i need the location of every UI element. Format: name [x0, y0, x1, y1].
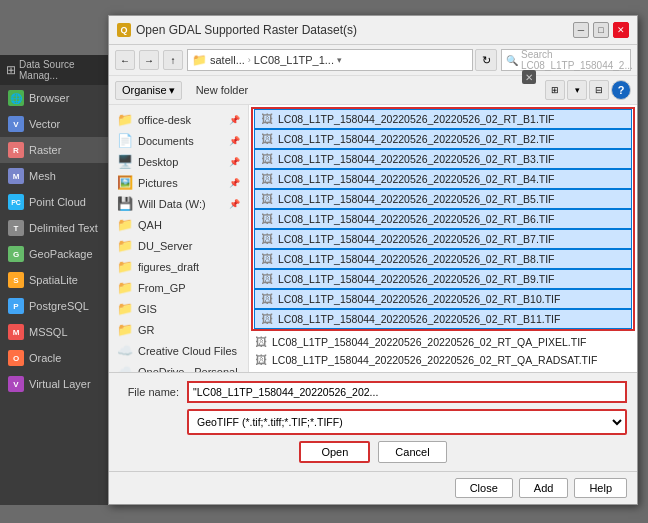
file-item[interactable]: 🖼 LC08_L1TP_158044_20220526_20220526_02_… [254, 309, 632, 329]
pin-icon: 📌 [229, 136, 240, 146]
delimited-icon: T [8, 220, 24, 236]
sidebar-item-mssql[interactable]: M MSSQL [0, 319, 108, 345]
sidebar-item-spatialite[interactable]: S SpatiaLite [0, 267, 108, 293]
file-item[interactable]: 🖼 LC08_L1TP_158044_20220526_20220526_02_… [254, 209, 632, 229]
file-item[interactable]: 🖼 LC08_L1TP_158044_20220526_20220526_02_… [254, 149, 632, 169]
file-name: LC08_L1TP_158044_20220526_20220526_02_RT… [278, 113, 555, 125]
breadcrumb-part1: satell... [210, 54, 245, 66]
file-list: 🖼 LC08_L1TP_158044_20220526_20220526_02_… [249, 105, 637, 372]
dialog-bottom: File name: GeoTIFF (*.tif;*.tiff;*.TIF;*… [109, 372, 637, 471]
file-item[interactable]: 🖼 LC08_L1TP_158044_20220526_20220526_02_… [254, 109, 632, 129]
sidebar-item-geopackage[interactable]: G GeoPackage [0, 241, 108, 267]
nav-label: Documents [138, 135, 194, 147]
dialog-titlebar: Q Open GDAL Supported Raster Dataset(s) … [109, 16, 637, 45]
forward-button[interactable]: → [139, 50, 159, 70]
tif-icon: 🖼 [255, 353, 267, 367]
geopackage-icon: G [8, 246, 24, 262]
panel-close-button[interactable]: ✕ [522, 70, 536, 84]
search-box[interactable]: 🔍 Search LC08_L1TP_158044_2... [501, 49, 631, 71]
view-list-button[interactable]: ⊞ [545, 80, 565, 100]
file-name: LC08_L1TP_158044_20220526_20220526_02_RT… [278, 233, 555, 245]
sidebar-item-oracle[interactable]: O Oracle [0, 345, 108, 371]
sidebar-item-raster[interactable]: R Raster [0, 137, 108, 163]
file-item[interactable]: 🖼 LC08_L1TP_158044_20220526_20220526_02_… [254, 189, 632, 209]
nav-gr[interactable]: 📁 GR [109, 319, 248, 340]
nav-label: GR [138, 324, 155, 336]
selected-file-group: 🖼 LC08_L1TP_158044_20220526_20220526_02_… [251, 107, 635, 331]
nav-pictures[interactable]: 🖼️ Pictures 📌 [109, 172, 248, 193]
minimize-button[interactable]: ─ [573, 22, 589, 38]
nav-desktop[interactable]: 🖥️ Desktop 📌 [109, 151, 248, 172]
sidebar-label-pointcloud: Point Cloud [29, 196, 86, 208]
breadcrumb-dropdown-icon[interactable]: ▾ [337, 55, 342, 65]
sidebar-item-postgresql[interactable]: P PostgreSQL [0, 293, 108, 319]
nav-label: office-desk [138, 114, 191, 126]
nav-label: Desktop [138, 156, 178, 168]
sidebar-label-oracle: Oracle [29, 352, 61, 364]
nav-willdata[interactable]: 💾 Will Data (W:) 📌 [109, 193, 248, 214]
close-button[interactable]: Close [455, 478, 513, 498]
file-item[interactable]: 🖼 LC08_L1TP_158044_20220526_20220526_02_… [254, 169, 632, 189]
file-item[interactable]: 🖼 LC08_L1TP_158044_20220526_20220526_02_… [254, 289, 632, 309]
folder-icon: 📁 [117, 301, 133, 316]
dialog-title: Open GDAL Supported Raster Dataset(s) [136, 23, 357, 37]
oracle-icon: O [8, 350, 24, 366]
nav-label: From_GP [138, 282, 186, 294]
cancel-button[interactable]: Cancel [378, 441, 446, 463]
nav-duserver[interactable]: 📁 DU_Server [109, 235, 248, 256]
file-name: LC08_L1TP_158044_20220526_20220526_02_RT… [278, 273, 555, 285]
browser-icon: 🌐 [8, 90, 24, 106]
file-item[interactable]: 🖼 LC08_L1TP_158044_20220526_20220526_02_… [254, 269, 632, 289]
nav-office-desk[interactable]: 📁 office-desk 📌 [109, 109, 248, 130]
view-large-button[interactable]: ⊟ [589, 80, 609, 100]
filetype-select[interactable]: GeoTIFF (*.tif;*.tiff;*.TIF;*.TIFF) [189, 411, 625, 433]
nav-fromgp[interactable]: 📁 From_GP [109, 277, 248, 298]
nav-label: GIS [138, 303, 157, 315]
organise-button[interactable]: Organise ▾ [115, 81, 182, 100]
file-item[interactable]: 🖼 LC08_L1TP_158044_20220526_20220526_02_… [254, 249, 632, 269]
file-item[interactable]: 🖼 LC08_L1TP_158044_20220526_20220526_02_… [249, 333, 637, 351]
view-details-button[interactable]: ▾ [567, 80, 587, 100]
pin-icon: 📌 [229, 178, 240, 188]
search-icon: 🔍 [506, 55, 518, 66]
folder-icon: 📁 [117, 322, 133, 337]
sidebar-item-delimited[interactable]: T Delimited Text [0, 215, 108, 241]
file-item[interactable]: 🖼 LC08_L1TP_158044_20220526_20220526_02_… [249, 369, 637, 372]
nav-qah[interactable]: 📁 QAH [109, 214, 248, 235]
sidebar-label-delimited: Delimited Text [29, 222, 98, 234]
sidebar-item-browser[interactable]: 🌐 Browser [0, 85, 108, 111]
documents-icon: 📄 [117, 133, 133, 148]
sidebar-item-vector[interactable]: V Vector [0, 111, 108, 137]
maximize-button[interactable]: □ [593, 22, 609, 38]
virtual-icon: V [8, 376, 24, 392]
nav-gis[interactable]: 📁 GIS [109, 298, 248, 319]
dialog-actions: Close Add Help [109, 471, 637, 504]
help-button[interactable]: ? [611, 80, 631, 100]
close-button[interactable]: ✕ [613, 22, 629, 38]
refresh-button[interactable]: ↻ [475, 49, 497, 71]
nav-documents[interactable]: 📄 Documents 📌 [109, 130, 248, 151]
tif-icon: 🖼 [261, 232, 273, 246]
breadcrumb-box[interactable]: 📁 satell... › LC08_L1TP_1... ▾ [187, 49, 473, 71]
new-folder-button[interactable]: New folder [190, 82, 255, 98]
nav-creative-cloud[interactable]: ☁️ Creative Cloud Files [109, 340, 248, 361]
filename-row: File name: [119, 381, 627, 403]
file-name: LC08_L1TP_158044_20220526_20220526_02_RT… [278, 293, 560, 305]
back-button[interactable]: ← [115, 50, 135, 70]
up-button[interactable]: ↑ [163, 50, 183, 70]
filename-input[interactable] [187, 381, 627, 403]
organise-dropdown-icon: ▾ [169, 84, 175, 97]
tif-icon: 🖼 [261, 192, 273, 206]
help-button[interactable]: Help [574, 478, 627, 498]
add-button[interactable]: Add [519, 478, 569, 498]
nav-onedrive[interactable]: ☁️ OneDrive - Personal [109, 361, 248, 372]
file-item[interactable]: 🖼 LC08_L1TP_158044_20220526_20220526_02_… [254, 129, 632, 149]
file-item[interactable]: 🖼 LC08_L1TP_158044_20220526_20220526_02_… [254, 229, 632, 249]
sidebar-item-pointcloud[interactable]: PC Point Cloud [0, 189, 108, 215]
open-button[interactable]: Open [299, 441, 370, 463]
nav-figures[interactable]: 📁 figures_draft [109, 256, 248, 277]
sidebar-item-mesh[interactable]: M Mesh [0, 163, 108, 189]
tif-icon: 🖼 [261, 152, 273, 166]
file-item[interactable]: 🖼 LC08_L1TP_158044_20220526_20220526_02_… [249, 351, 637, 369]
sidebar-item-virtual[interactable]: V Virtual Layer [0, 371, 108, 397]
